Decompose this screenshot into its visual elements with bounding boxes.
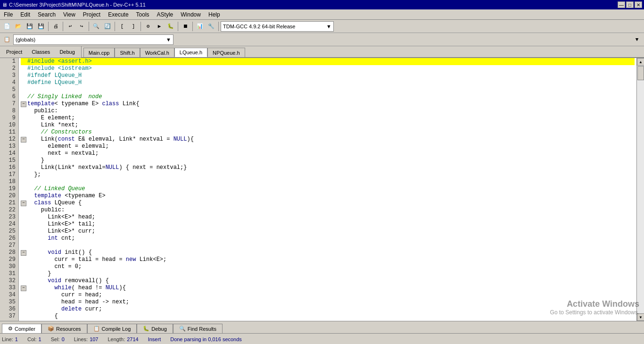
code-line-34: curr = head; [21, 292, 635, 299]
file-tab-npqueue-h[interactable]: NPQueue.h [207, 48, 245, 57]
status-sel: Sel: 0 [51, 336, 65, 342]
compiler-dropdown-arrow: ▼ [326, 24, 331, 29]
fold-placeholder-35 [21, 299, 27, 306]
save-button[interactable]: 💾 [25, 21, 35, 32]
menu-item-file[interactable]: File [0, 10, 17, 19]
col-label: Col: [27, 336, 37, 342]
code-content-23: Link<E>* head; [27, 214, 95, 221]
separator-1 [48, 22, 49, 31]
bottom-tab-label: Debug [151, 326, 166, 332]
menu-item-project[interactable]: Project [79, 10, 104, 19]
fold-placeholder-31 [21, 270, 27, 277]
menu-item-view[interactable]: View [59, 10, 79, 19]
compiler-label: TDM-GCC 4.9.2 64-bit Release [223, 24, 326, 29]
debug-button[interactable]: 🐛 [165, 21, 176, 32]
project-tab-project[interactable]: Project [2, 48, 26, 56]
file-tab-main-cpp[interactable]: Main.cpp [83, 48, 115, 57]
fold-button-21[interactable]: − [21, 201, 26, 206]
code-content-29: curr = tail = head = new Link<E>; [27, 256, 166, 263]
separator-4 [115, 22, 115, 31]
code-content-32: void removeall() { [27, 277, 109, 285]
menu-item-help[interactable]: Help [205, 10, 224, 19]
replace-button[interactable]: 🔄 [102, 21, 113, 32]
line-number-11: 11 [3, 129, 16, 136]
status-message: Done parsing in 0,016 seconds [170, 336, 242, 342]
bottom-tab-find-results[interactable]: 🔍Find Results [173, 324, 223, 333]
bottom-tab-resources[interactable]: 📦Resources [41, 324, 87, 333]
fold-button-12[interactable]: − [21, 137, 26, 143]
separator-8 [218, 22, 219, 31]
code-editor[interactable]: #include <assert.h> #include <iostream> … [19, 58, 636, 321]
bottom-tab-compiler[interactable]: ⚙Compiler [2, 324, 41, 333]
code-line-24: Link<E>* tail; [21, 221, 635, 228]
scroll-up-button[interactable]: ▲ [637, 58, 644, 66]
save-all-button[interactable]: 💾 [36, 21, 46, 32]
project-tab-debug[interactable]: Debug [55, 48, 79, 56]
editor-row: 1234567891011121314151617181920212223242… [0, 58, 644, 321]
indent-button[interactable]: [ [117, 21, 127, 32]
stop-button[interactable]: ⏹ [180, 21, 190, 32]
line-number-7: 7 [3, 101, 16, 108]
code-content-28: void init() { [27, 249, 92, 256]
fold-button-33[interactable]: − [21, 285, 26, 291]
line-number-20: 20 [3, 193, 16, 200]
tools-button[interactable]: 🔧 [206, 21, 216, 32]
minimize-button[interactable]: — [618, 1, 625, 8]
menu-item-execute[interactable]: Execute [104, 10, 132, 19]
code-content-3: #ifndef LQueue_H [27, 72, 82, 79]
file-tab-workcal-h[interactable]: WorkCal.h [140, 48, 174, 57]
code-line-35: head = head -> next; [21, 299, 635, 306]
find-button[interactable]: 🔍 [91, 21, 101, 32]
new-button[interactable]: 📄 [2, 21, 12, 32]
redo-button[interactable]: ↪ [76, 21, 87, 32]
open-button[interactable]: 📂 [13, 21, 24, 32]
line-number-3: 3 [3, 72, 16, 79]
line-number-32: 32 [3, 277, 16, 285]
editor-wrapper: 1234567891011121314151617181920212223242… [0, 58, 644, 321]
activate-windows-title: Activate Windows [550, 299, 639, 309]
fold-button-7[interactable]: − [21, 101, 26, 107]
bottom-tab-debug[interactable]: 🐛Debug [137, 324, 173, 333]
code-content-10: Link *next; [27, 122, 78, 129]
bottom-tab-compile-log[interactable]: 📋Compile Log [87, 324, 137, 333]
globals-right-dropdown-arrow[interactable]: ▼ [632, 34, 642, 45]
code-content-36: delete curr; [27, 306, 102, 313]
fold-placeholder-26 [21, 235, 27, 242]
menu-item-tools[interactable]: Tools [132, 10, 153, 19]
line-number-4: 4 [3, 79, 16, 86]
line-number-9: 9 [3, 115, 16, 122]
maximize-button[interactable]: □ [626, 1, 634, 8]
menu-item-window[interactable]: Window [177, 10, 205, 19]
scroll-thumb[interactable] [637, 66, 644, 80]
print-button[interactable]: 🖨 [50, 21, 61, 32]
fold-button-28[interactable]: − [21, 250, 26, 256]
code-content-34: curr = head; [27, 292, 102, 299]
line-number-15: 15 [3, 157, 16, 164]
project-tab-classes[interactable]: Classes [27, 48, 54, 56]
file-tab-shift-h[interactable]: Shift.h [115, 48, 140, 57]
code-line-33: − while( head != NULL){ [21, 285, 635, 292]
code-content-9: E element; [27, 115, 75, 122]
unindent-button[interactable]: ] [128, 21, 139, 32]
code-line-2: #include <iostream> [21, 65, 635, 72]
vertical-scrollbar[interactable]: ▲ ▼ [636, 58, 644, 321]
globals-dropdown[interactable]: (globals) ▼ [13, 34, 173, 45]
menu-item-search[interactable]: Search [34, 10, 59, 19]
compiler-dropdown[interactable]: TDM-GCC 4.9.2 64-bit Release ▼ [221, 21, 334, 32]
code-line-5 [21, 86, 635, 93]
fold-placeholder-9 [21, 115, 27, 122]
code-line-27 [21, 242, 635, 249]
file-tab-lqueue-h[interactable]: LQueue.h [174, 48, 207, 57]
app-icon: 🖥 [2, 2, 7, 8]
run-button[interactable]: ▶ [154, 21, 165, 32]
menu-item-edit[interactable]: Edit [17, 10, 34, 19]
compile-button[interactable]: ⚙ [143, 21, 153, 32]
chart-button[interactable]: 📊 [195, 21, 205, 32]
code-content-15: } [27, 157, 44, 164]
scroll-track[interactable] [637, 66, 644, 313]
code-content-18 [27, 178, 31, 185]
menu-item-astyle[interactable]: AStyle [153, 10, 177, 19]
close-button[interactable]: ✕ [635, 1, 642, 8]
undo-button[interactable]: ↩ [65, 21, 75, 32]
code-content-24: Link<E>* tail; [27, 221, 95, 228]
